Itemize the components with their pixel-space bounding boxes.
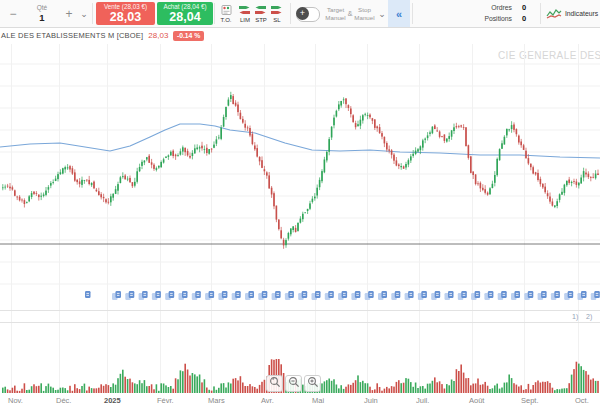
news-marker-icon[interactable]	[125, 291, 134, 300]
candlestick-series	[2, 92, 599, 249]
order-type-label: STP	[255, 17, 267, 23]
sell-button[interactable]: Vente (28,03 €) 28,03	[96, 2, 155, 25]
axis-label: Févr.	[157, 396, 174, 405]
qty-value: 1	[39, 13, 44, 23]
news-marker-icon[interactable]	[511, 291, 520, 300]
news-marker-icon[interactable]	[445, 291, 454, 300]
pane-label-2[interactable]: 2)	[586, 313, 592, 320]
stop-order-icon	[255, 5, 267, 16]
limit-order-icon	[239, 5, 251, 16]
news-marker-icon[interactable]	[551, 291, 560, 300]
buy-price-label: Achat (28,04 €)	[163, 4, 206, 10]
axis-label: Oct.	[575, 396, 589, 405]
news-marker-icon[interactable]	[405, 291, 414, 300]
orders-row: Ordres 0	[442, 3, 536, 12]
change-badge: -0.14 %	[173, 31, 203, 41]
news-marker-icon[interactable]	[378, 291, 387, 300]
toolbar-separator	[290, 3, 291, 24]
news-marker-icon[interactable]	[538, 291, 547, 300]
news-marker-icon[interactable]	[591, 291, 600, 300]
news-marker-icon[interactable]	[391, 291, 400, 300]
positions-count: 0	[512, 14, 536, 23]
news-marker-icon[interactable]	[338, 291, 347, 300]
news-marker-icon[interactable]	[258, 291, 267, 300]
chart-header: ALE DES ETABLISSEMENTS M [CBOE] 28,03 -0…	[1, 29, 204, 42]
ampersand-label: &	[348, 10, 353, 17]
positions-label: Positions	[442, 15, 512, 22]
news-marker-icon[interactable]	[152, 291, 161, 300]
order-type-stp-button[interactable]: STP	[253, 3, 269, 25]
target-stop-chevron[interactable]: ⌄	[376, 0, 388, 27]
order-type-label: T.O.	[220, 17, 231, 23]
axis-label: Août	[469, 396, 485, 405]
order-type-lim-button[interactable]: LIM	[237, 3, 253, 25]
news-marker-icon[interactable]	[112, 291, 121, 300]
toggle-knob-icon: +	[296, 7, 309, 20]
news-marker-icon[interactable]	[498, 291, 507, 300]
news-marker-icon[interactable]	[85, 291, 91, 298]
moving-average-line[interactable]	[0, 124, 600, 158]
news-marker-icon[interactable]	[431, 291, 440, 300]
stop-loss-icon	[271, 5, 283, 16]
news-marker-icon[interactable]	[218, 291, 227, 300]
news-marker-icon[interactable]	[205, 291, 214, 300]
news-marker-icon[interactable]	[285, 291, 294, 300]
orders-count: 0	[512, 3, 536, 12]
zoom-controls	[266, 375, 321, 392]
news-marker-icon[interactable]	[312, 291, 321, 300]
news-marker-icon[interactable]	[365, 291, 374, 300]
news-marker-icon[interactable]	[192, 291, 201, 300]
news-marker-icon[interactable]	[139, 291, 148, 300]
zoom-reset-button[interactable]	[266, 375, 283, 392]
news-marker-icon[interactable]	[165, 291, 174, 300]
news-marker-icon[interactable]	[232, 291, 241, 300]
target-stop-mode[interactable]: TargetManuel & StopManuel	[322, 0, 378, 27]
news-marker-icon[interactable]	[351, 291, 360, 300]
order-type-to-button[interactable]: T.O.	[217, 3, 235, 25]
account-summary: Ordres 0 Positions 0	[442, 3, 536, 23]
indicators-button[interactable]: Indicateurs	[544, 0, 600, 27]
sell-price: 28,03	[110, 11, 141, 24]
axis-label: Juin	[364, 396, 378, 405]
qty-increase-button[interactable]: +	[62, 0, 76, 27]
news-marker-icon[interactable]	[484, 291, 493, 300]
zoom-in-icon	[307, 376, 319, 391]
qty-label: Qté	[37, 5, 47, 12]
axis-label: Sept.	[521, 396, 539, 405]
toolbar-separator	[214, 3, 215, 24]
news-marker-icon[interactable]	[245, 291, 254, 300]
price-chart-canvas[interactable]: Nov.Déc.2025Févr.MarsAvr.MaiJuinJuil.Aoû…	[0, 0, 600, 413]
positions-row: Positions 0	[442, 14, 536, 23]
target-stop-toggle[interactable]: +	[296, 7, 320, 22]
order-type-label: SL	[273, 17, 280, 23]
order-type-sl-button[interactable]: SL	[269, 3, 285, 25]
news-marker-icon[interactable]	[458, 291, 467, 300]
quantity-field[interactable]: Qté 1	[24, 0, 60, 27]
news-marker-icon[interactable]	[524, 291, 533, 300]
trading-app: CIE GENERALE DES E Nov.Déc.2025Févr.Mars…	[0, 0, 600, 413]
indicators-label: Indicateurs	[565, 10, 598, 17]
order-type-label: LIM	[240, 17, 250, 23]
zoom-in-button[interactable]	[304, 375, 321, 392]
news-marker-icon[interactable]	[179, 291, 188, 300]
toolbar-separator	[540, 3, 541, 24]
qty-dropdown-chevron[interactable]: ⌄	[77, 0, 91, 27]
axis-label: 2025	[104, 396, 121, 405]
pane-label-1[interactable]: 1)	[572, 313, 578, 320]
news-marker-icon[interactable]	[298, 291, 307, 300]
qty-decrease-button[interactable]: −	[6, 0, 20, 27]
axis-label: Nov.	[8, 396, 23, 405]
target-manuel-label: TargetManuel	[325, 6, 345, 20]
news-marker-icon[interactable]	[564, 291, 573, 300]
buy-button[interactable]: Achat (28,04 €) 28,04	[157, 2, 213, 25]
sell-price-label: Vente (28,03 €)	[104, 4, 147, 10]
orders-label: Ordres	[442, 4, 512, 11]
news-marker-icon[interactable]	[325, 291, 334, 300]
collapse-panel-button[interactable]: «	[388, 0, 410, 27]
zoom-out-button[interactable]	[285, 375, 302, 392]
chart-area[interactable]: Nov.Déc.2025Févr.MarsAvr.MaiJuinJuil.Aoû…	[0, 0, 600, 413]
axis-label: Déc.	[56, 396, 71, 405]
news-marker-icon[interactable]	[272, 291, 281, 300]
axis-label: Juil.	[416, 396, 429, 405]
indicators-icon	[546, 5, 562, 23]
